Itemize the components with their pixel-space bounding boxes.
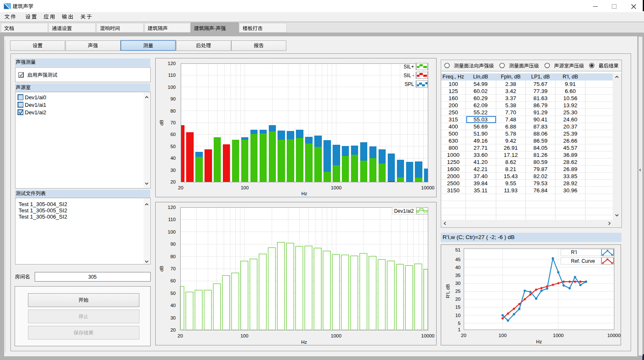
- svg-text:30: 30: [455, 281, 461, 286]
- svg-text:84.05: 84.05: [533, 145, 548, 151]
- svg-text:Freq., Hz: Freq., Hz: [442, 74, 464, 80]
- svg-text:49.16: 49.16: [474, 138, 488, 144]
- svg-text:42.21: 42.21: [474, 166, 488, 172]
- svg-text:dB: dB: [159, 120, 164, 126]
- svg-text:Dev1/ai0: Dev1/ai0: [25, 94, 46, 101]
- svg-text:26.66: 26.66: [563, 138, 578, 144]
- svg-text:1000: 1000: [553, 333, 564, 338]
- svg-text:3.37: 3.37: [505, 95, 516, 101]
- svg-text:28.62: 28.62: [563, 159, 578, 165]
- svg-text:30.96: 30.96: [563, 187, 578, 194]
- svg-text:25: 25: [455, 289, 461, 294]
- svg-text:5.78: 5.78: [505, 131, 516, 137]
- svg-text:2500: 2500: [447, 180, 460, 186]
- svg-text:400: 400: [449, 123, 458, 130]
- svg-text:76.84: 76.84: [533, 187, 548, 194]
- svg-text:26.91: 26.91: [504, 145, 518, 151]
- svg-text:11.93: 11.93: [504, 187, 518, 194]
- svg-text:160: 160: [449, 95, 458, 101]
- svg-text:13.92: 13.92: [563, 102, 578, 108]
- svg-text:35: 35: [455, 273, 461, 278]
- svg-text:9.91: 9.91: [565, 81, 576, 87]
- svg-text:100: 100: [499, 333, 507, 338]
- svg-text:10000: 10000: [421, 185, 434, 190]
- svg-text:9.55: 9.55: [505, 180, 516, 186]
- svg-text:15: 15: [455, 305, 461, 310]
- svg-text:Test 1_305-004_SI2: Test 1_305-004_SI2: [19, 201, 67, 207]
- svg-text:Hz: Hz: [301, 340, 307, 345]
- svg-text:100: 100: [168, 85, 176, 90]
- svg-text:40: 40: [170, 303, 176, 308]
- svg-text:28.92: 28.92: [563, 180, 578, 186]
- svg-text:R'I, dB: R'I, dB: [445, 284, 450, 298]
- svg-text:1000: 1000: [331, 333, 341, 338]
- svg-text:60: 60: [170, 132, 176, 137]
- svg-text:17.12: 17.12: [504, 152, 518, 158]
- svg-text:25.39: 25.39: [563, 131, 578, 137]
- svg-text:90: 90: [170, 96, 176, 101]
- svg-text:315: 315: [449, 116, 458, 123]
- svg-text:200: 200: [449, 102, 458, 108]
- svg-text:SIL+: SIL+: [404, 64, 414, 70]
- svg-text:20: 20: [170, 327, 176, 332]
- svg-text:77.39: 77.39: [533, 88, 548, 94]
- svg-text:LIn,dB: LIn,dB: [473, 74, 488, 80]
- svg-text:1000: 1000: [331, 185, 342, 190]
- svg-text:60: 60: [170, 278, 176, 283]
- svg-text:10000: 10000: [421, 333, 434, 338]
- svg-text:51.90: 51.90: [474, 131, 488, 137]
- svg-text:7.48: 7.48: [505, 116, 516, 123]
- svg-text:36.89: 36.89: [563, 152, 578, 158]
- svg-text:800: 800: [449, 145, 458, 151]
- svg-text:26.89: 26.89: [563, 166, 578, 172]
- svg-text:dB: dB: [159, 266, 164, 272]
- svg-text:1600: 1600: [447, 166, 460, 172]
- svg-text:33.85: 33.85: [563, 173, 578, 179]
- svg-text:88.06: 88.06: [533, 131, 548, 137]
- svg-text:1: 1: [458, 327, 460, 332]
- svg-text:40: 40: [170, 156, 176, 161]
- svg-text:630: 630: [449, 138, 458, 144]
- svg-text:3.42: 3.42: [505, 88, 516, 94]
- svg-text:50: 50: [170, 291, 176, 296]
- svg-text:R'I, dB: R'I, dB: [563, 74, 578, 80]
- svg-text:37.40: 37.40: [474, 173, 488, 179]
- svg-text:Test 1_305-005_SI2: Test 1_305-005_SI2: [19, 207, 67, 214]
- svg-text:2000: 2000: [447, 173, 460, 179]
- svg-text:79.53: 79.53: [533, 180, 548, 186]
- svg-text:30: 30: [170, 168, 176, 173]
- svg-text:45.57: 45.57: [563, 145, 578, 151]
- svg-text:FpIn, dB: FpIn, dB: [501, 74, 520, 80]
- svg-text:Hz: Hz: [536, 339, 542, 344]
- svg-text:33.60: 33.60: [474, 152, 488, 158]
- svg-text:5.38: 5.38: [505, 102, 516, 108]
- svg-text:120: 120: [168, 205, 176, 210]
- svg-text:20: 20: [170, 179, 176, 184]
- svg-text:81.26: 81.26: [533, 152, 548, 158]
- svg-text:51: 51: [455, 247, 461, 252]
- svg-text:81.63: 81.63: [533, 95, 548, 101]
- svg-text:6.60: 6.60: [565, 88, 576, 94]
- svg-text:79.87: 79.87: [533, 166, 548, 172]
- svg-text:R'I: R'I: [571, 249, 577, 255]
- svg-text:Dev1/ai2: Dev1/ai2: [394, 208, 414, 214]
- svg-text:75.67: 75.67: [533, 81, 548, 87]
- svg-text:SPL: SPL: [404, 81, 414, 87]
- svg-text:8.21: 8.21: [505, 166, 516, 172]
- svg-text:20: 20: [455, 297, 461, 302]
- svg-text:125: 125: [449, 88, 458, 94]
- svg-text:56.69: 56.69: [474, 123, 488, 130]
- svg-text:86.79: 86.79: [533, 102, 548, 108]
- svg-text:41.20: 41.20: [474, 159, 488, 165]
- svg-text:100: 100: [241, 185, 249, 190]
- svg-text:55.03: 55.03: [474, 116, 488, 123]
- svg-text:87.83: 87.83: [533, 123, 548, 130]
- svg-text:Dev1/ai2: Dev1/ai2: [25, 109, 46, 116]
- svg-text:80: 80: [170, 254, 176, 259]
- svg-text:40: 40: [455, 265, 461, 270]
- svg-text:110: 110: [168, 73, 176, 78]
- svg-text:50: 50: [170, 144, 176, 149]
- svg-text:91.29: 91.29: [533, 109, 548, 116]
- svg-text:1000: 1000: [447, 152, 460, 158]
- svg-text:LP1, dB: LP1, dB: [531, 74, 550, 80]
